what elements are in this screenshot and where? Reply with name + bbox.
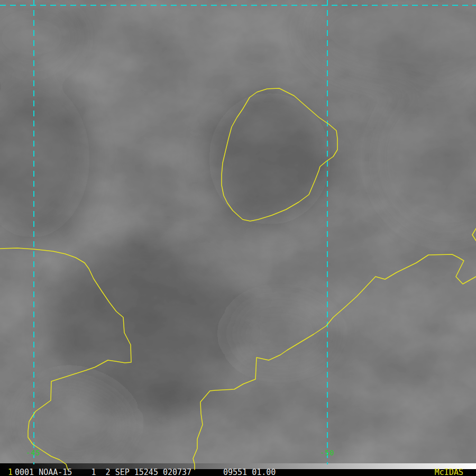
mcidas-window: -45-50 1 0001 NOAA-15 1 2 SEP 15245 0207… xyxy=(0,0,476,476)
longitude-label: -50 xyxy=(320,448,334,457)
longitude-label: -45 xyxy=(26,448,40,457)
satellite-image-display[interactable]: -45-50 xyxy=(0,0,476,476)
